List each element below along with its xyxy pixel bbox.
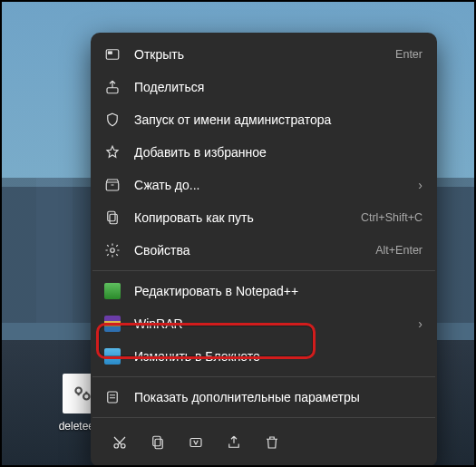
menu-open[interactable]: Открыть Enter <box>91 38 437 71</box>
menu-open-shortcut: Enter <box>395 48 423 61</box>
menu-share-label: Поделиться <box>134 80 423 94</box>
menu-properties[interactable]: Свойства Alt+Enter <box>91 234 437 267</box>
menu-edit-notepad[interactable]: Изменить в Блокноте <box>91 340 437 373</box>
menu-copy-path-shortcut: Ctrl+Shift+C <box>361 211 423 224</box>
svg-rect-7 <box>110 214 117 224</box>
winrar-icon <box>103 315 121 333</box>
rename-button[interactable] <box>180 427 212 458</box>
delete-button[interactable] <box>256 427 288 458</box>
svg-rect-4 <box>107 88 118 93</box>
archive-icon <box>103 176 121 194</box>
menu-compress-label: Сжать до... <box>134 178 409 192</box>
menu-run-admin-label: Запуск от имени администратора <box>134 112 423 127</box>
chevron-right-icon: › <box>418 316 423 331</box>
svg-rect-2 <box>106 50 119 60</box>
menu-winrar-label: WinRAR <box>134 316 409 331</box>
share-icon <box>103 78 121 96</box>
menu-share[interactable]: Поделиться <box>91 71 437 103</box>
menu-favorite-label: Добавить в избранное <box>134 145 423 160</box>
menu-run-admin[interactable]: Запуск от имени администратора <box>91 103 437 136</box>
shield-icon <box>103 111 121 129</box>
menu-favorite[interactable]: Добавить в избранное <box>91 136 437 169</box>
menu-open-label: Открыть <box>134 47 386 62</box>
svg-rect-13 <box>155 439 162 449</box>
svg-rect-14 <box>190 439 201 447</box>
menu-separator <box>92 270 435 271</box>
menu-properties-shortcut: Alt+Enter <box>375 244 423 257</box>
open-icon <box>103 45 121 63</box>
svg-rect-3 <box>109 52 112 54</box>
menu-winrar[interactable]: WinRAR › <box>91 307 437 340</box>
copy-path-icon <box>103 209 121 227</box>
menu-notepad-label: Изменить в Блокноте <box>134 349 423 364</box>
menu-npp-label: Редактировать в Notepad++ <box>134 284 423 298</box>
svg-rect-9 <box>108 392 118 403</box>
menu-copy-path-label: Копировать как путь <box>134 210 352 225</box>
menu-properties-label: Свойства <box>134 243 366 258</box>
menu-more-label: Показать дополнительные параметры <box>134 390 423 404</box>
notepad-icon <box>103 347 121 365</box>
menu-show-more[interactable]: Показать дополнительные параметры <box>91 381 437 413</box>
svg-rect-12 <box>153 436 160 446</box>
menu-compress[interactable]: Сжать до... › <box>91 169 437 201</box>
menu-copy-path[interactable]: Копировать как путь Ctrl+Shift+C <box>91 201 437 234</box>
star-icon <box>103 143 121 161</box>
notepad-pp-icon <box>103 282 121 300</box>
svg-point-10 <box>114 444 119 449</box>
more-icon <box>103 388 121 406</box>
menu-separator <box>92 376 435 377</box>
svg-rect-6 <box>108 211 115 221</box>
context-menu: Открыть Enter Поделиться Запуск от имени… <box>91 33 437 467</box>
gear-icon <box>103 241 121 259</box>
share-button[interactable] <box>218 427 250 458</box>
svg-point-8 <box>111 248 115 253</box>
copy-button[interactable] <box>141 427 174 458</box>
svg-rect-5 <box>106 182 119 190</box>
cut-button[interactable] <box>103 427 136 458</box>
menu-notepad-pp[interactable]: Редактировать в Notepad++ <box>91 275 437 307</box>
svg-point-0 <box>75 388 82 394</box>
svg-point-1 <box>83 394 90 400</box>
svg-point-11 <box>121 444 126 449</box>
chevron-right-icon: › <box>418 178 423 192</box>
menu-separator <box>92 417 435 418</box>
menu-action-row <box>91 422 437 460</box>
